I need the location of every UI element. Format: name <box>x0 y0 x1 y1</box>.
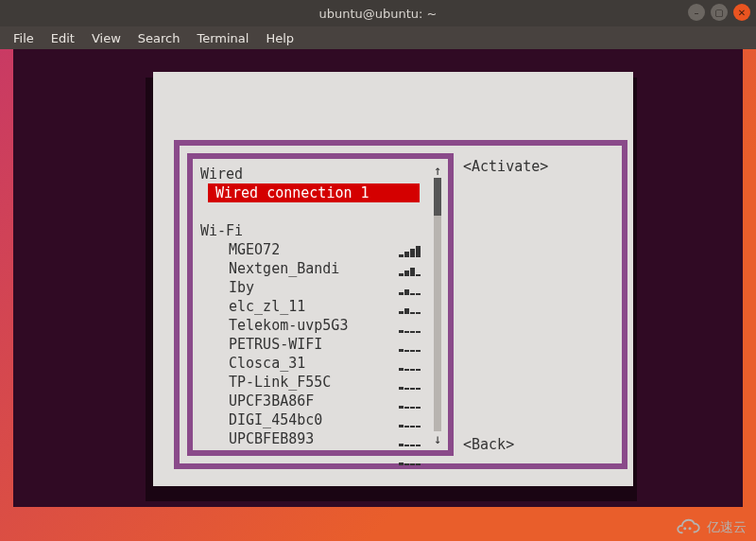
wired-connection-selected[interactable]: Wired connection 1 <box>208 183 420 202</box>
wifi-item[interactable]: Nextgen_Bandi <box>200 259 429 278</box>
wired-heading: Wired <box>200 165 429 183</box>
maximize-button[interactable]: ▢ <box>711 4 728 21</box>
action-buttons: <Activate> <Back> <box>463 157 605 176</box>
signal-icon <box>399 301 423 314</box>
wifi-item[interactable]: PETRUS-WIFI <box>200 335 429 354</box>
signal-column <box>399 165 427 445</box>
minimize-button[interactable]: – <box>688 4 705 21</box>
window-titlebar: ubuntu@ubuntu: ~ – ▢ ✕ <box>0 0 756 26</box>
back-button[interactable]: <Back> <box>463 435 514 454</box>
scroll-up-arrow-icon[interactable]: ↑ <box>433 165 442 176</box>
menu-edit[interactable]: Edit <box>43 29 82 47</box>
menu-file[interactable]: File <box>6 29 42 47</box>
spacer-row <box>200 202 429 221</box>
wifi-item[interactable]: TP-Link_F55C <box>200 373 429 392</box>
wifi-item[interactable]: elc_zl_11 <box>200 297 429 316</box>
wifi-item[interactable]: DIGI_454bc0 <box>200 410 429 429</box>
menu-terminal[interactable]: Terminal <box>189 29 256 47</box>
wifi-item[interactable]: UPCBFEB893 <box>200 429 429 445</box>
wifi-item[interactable]: UPCF3BA86F <box>200 392 429 410</box>
watermark-text: 亿速云 <box>707 519 747 536</box>
signal-icon <box>399 376 423 390</box>
menu-search[interactable]: Search <box>130 29 188 47</box>
wifi-item[interactable]: Telekom-uvp5G3 <box>200 316 429 335</box>
signal-icon <box>399 358 423 371</box>
signal-icon <box>399 320 423 333</box>
scroll-down-arrow-icon[interactable]: ↓ <box>433 433 442 445</box>
wifi-item[interactable]: MGEO72 <box>200 240 429 259</box>
wifi-item[interactable]: Iby <box>200 278 429 297</box>
terminal-area: Wired Wired connection 1 Wi-Fi MGEO72 Ne… <box>13 49 743 507</box>
menu-help[interactable]: Help <box>258 29 301 47</box>
activate-button[interactable]: <Activate> <box>463 157 605 176</box>
signal-icon <box>399 244 423 257</box>
scroll-track[interactable] <box>434 178 441 431</box>
watermark: 亿速云 <box>673 518 747 537</box>
menu-view[interactable]: View <box>84 29 129 47</box>
signal-icon <box>399 395 423 409</box>
connection-list[interactable]: Wired Wired connection 1 Wi-Fi MGEO72 Ne… <box>200 165 429 445</box>
list-frame: Wired Wired connection 1 Wi-Fi MGEO72 Ne… <box>187 153 454 456</box>
scroll-thumb[interactable] <box>434 178 441 216</box>
signal-icon <box>399 263 423 276</box>
nmtui-dialog: Wired Wired connection 1 Wi-Fi MGEO72 Ne… <box>174 140 627 469</box>
window-title: ubuntu@ubuntu: ~ <box>318 7 437 21</box>
wifi-heading: Wi-Fi <box>200 221 429 240</box>
list-scrollbar[interactable]: ↑ ↓ <box>433 165 442 445</box>
wifi-item[interactable]: Closca_31 <box>200 354 429 373</box>
close-button[interactable]: ✕ <box>733 4 750 21</box>
signal-icon <box>399 433 423 446</box>
signal-icon <box>399 452 423 465</box>
signal-icon <box>399 282 423 295</box>
svg-point-0 <box>683 527 686 530</box>
signal-icon <box>399 339 423 352</box>
menu-bar: File Edit View Search Terminal Help <box>0 26 756 49</box>
window-controls: – ▢ ✕ <box>688 4 750 21</box>
signal-icon <box>399 414 423 428</box>
cloud-icon <box>673 518 701 537</box>
svg-point-1 <box>689 527 692 530</box>
